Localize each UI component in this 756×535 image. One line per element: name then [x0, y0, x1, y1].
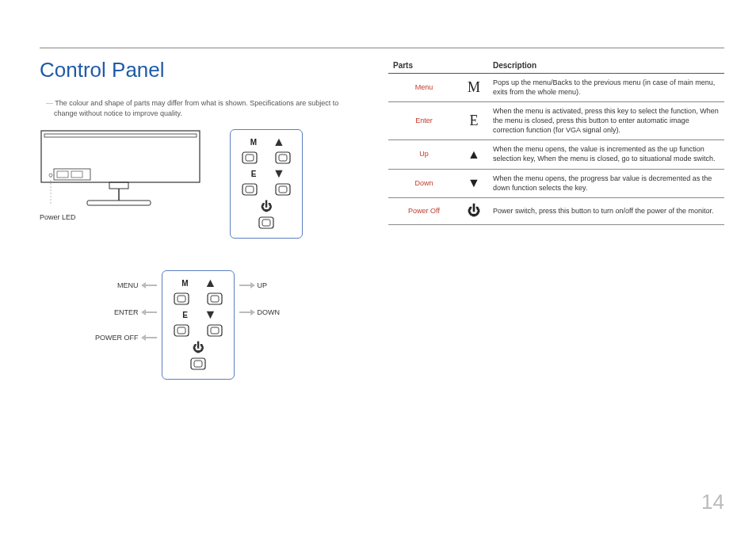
svg-rect-32 — [194, 361, 202, 367]
table-row: Up ▲ When the menu opens, the value is i… — [388, 140, 724, 169]
symbol-e: E — [470, 113, 479, 128]
triangle-down-icon: ▼ — [460, 169, 488, 197]
svg-rect-8 — [87, 201, 151, 205]
part-desc: Power switch, press this button to turn … — [488, 198, 724, 225]
svg-rect-26 — [211, 296, 219, 302]
svg-rect-3 — [57, 171, 68, 178]
svg-rect-31 — [191, 358, 205, 369]
label-up: UP — [258, 281, 268, 289]
monitor-figure: Power LED — [40, 129, 206, 221]
svg-rect-0 — [41, 131, 200, 182]
power-led-label: Power LED — [40, 213, 206, 221]
svg-marker-20 — [141, 282, 157, 289]
triangle-up-icon: ▲ — [460, 140, 488, 169]
arrow-left-icon — [141, 309, 157, 315]
table-row: Enter E When the menu is activated, pres… — [388, 102, 724, 140]
svg-rect-30 — [211, 327, 219, 334]
part-desc: When the menu is activated, press this k… — [488, 102, 724, 140]
power-icon: ⏻ — [460, 198, 488, 225]
button-icon — [273, 151, 292, 165]
svg-rect-15 — [246, 186, 254, 193]
svg-rect-4 — [71, 171, 82, 178]
control-pad-figure-labeled: MENU ENTER POWER OFF M▲ — [95, 270, 357, 380]
svg-rect-25 — [208, 293, 222, 304]
part-name: Down — [388, 169, 460, 197]
svg-marker-33 — [239, 282, 255, 289]
button-icon — [257, 216, 276, 230]
table-row: Power Off ⏻ Power switch, press this but… — [388, 198, 724, 225]
button-icon — [240, 182, 259, 197]
button-icon — [273, 182, 292, 197]
svg-rect-28 — [178, 327, 185, 334]
svg-rect-12 — [276, 152, 290, 163]
button-icon — [240, 151, 259, 165]
svg-rect-23 — [174, 293, 189, 304]
top-rule — [40, 48, 724, 48]
svg-rect-16 — [276, 184, 290, 195]
arrow-right-icon — [239, 282, 255, 289]
svg-rect-17 — [279, 186, 287, 193]
part-desc: When the menu opens, the value is increm… — [488, 140, 724, 169]
svg-rect-6 — [109, 182, 128, 189]
th-desc: Description — [488, 58, 724, 74]
arrow-left-icon — [141, 334, 157, 341]
svg-rect-2 — [54, 169, 90, 180]
label-poweroff: POWER OFF — [95, 334, 139, 342]
power-icon: ⏻ — [261, 200, 272, 212]
th-parts: Parts — [388, 58, 488, 74]
part-desc: Pops up the menu/Backs to the previous m… — [488, 74, 724, 102]
control-pad-figure-1: M▲ E▼ ⏻ — [230, 129, 303, 239]
arrow-left-icon — [141, 282, 157, 289]
label-menu: MENU — [117, 281, 139, 289]
part-name: Enter — [388, 102, 460, 140]
power-icon: ⏻ — [193, 341, 204, 353]
label-enter: ENTER — [114, 308, 139, 316]
svg-rect-29 — [208, 325, 222, 336]
svg-rect-13 — [279, 155, 287, 161]
right-column: Parts Description Menu M Pops up the men… — [388, 58, 724, 380]
svg-marker-21 — [141, 309, 157, 315]
svg-rect-19 — [262, 220, 270, 226]
svg-rect-24 — [178, 296, 185, 302]
svg-rect-11 — [246, 155, 254, 161]
svg-rect-18 — [259, 217, 273, 228]
control-pad-figure-2: M▲ E▼ ⏻ — [162, 270, 235, 380]
page-number: 14 — [701, 490, 724, 514]
page-title: Control Panel — [40, 58, 357, 82]
left-column: Control Panel The colour and shape of pa… — [40, 58, 357, 380]
part-desc: When the menu opens, the progress bar va… — [488, 169, 724, 197]
table-row: Menu M Pops up the menu/Backs to the pre… — [388, 74, 724, 102]
disclaimer-note: The colour and shape of parts may differ… — [40, 98, 357, 118]
parts-table: Parts Description Menu M Pops up the men… — [388, 58, 724, 225]
label-down: DOWN — [258, 308, 281, 316]
arrow-right-icon — [239, 309, 255, 315]
part-name: Power Off — [388, 198, 460, 225]
svg-rect-1 — [44, 134, 197, 137]
table-row: Down ▼ When the menu opens, the progress… — [388, 169, 724, 197]
part-name: Up — [388, 140, 460, 169]
svg-rect-14 — [242, 184, 257, 195]
svg-rect-10 — [242, 152, 257, 163]
symbol-m: M — [468, 79, 480, 95]
svg-point-5 — [49, 174, 52, 177]
svg-marker-22 — [141, 334, 157, 341]
svg-marker-34 — [239, 309, 255, 315]
part-name: Menu — [388, 74, 460, 102]
svg-rect-27 — [174, 325, 189, 336]
